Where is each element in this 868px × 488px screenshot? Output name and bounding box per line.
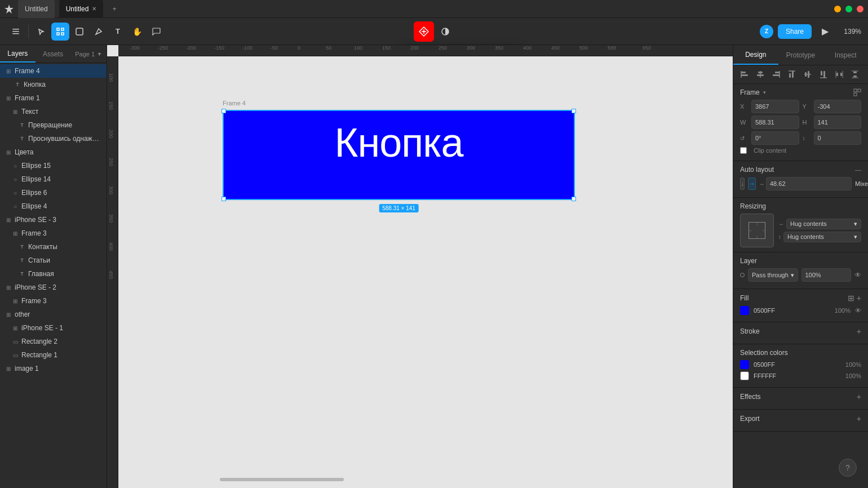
prototype-tab[interactable]: Prototype <box>778 45 823 65</box>
layer-prev[interactable]: T Превращение <box>0 118 107 132</box>
frame-dropdown-icon[interactable]: ▾ <box>763 90 766 95</box>
align-center-h-icon[interactable] <box>754 68 767 81</box>
resizing-w-dropdown[interactable]: Hug contents ▾ <box>786 219 861 229</box>
layer-cveta[interactable]: ⊞ Цвета <box>0 145 107 159</box>
w-input[interactable] <box>751 116 799 129</box>
fill-visibility-icon[interactable]: 👁 <box>855 307 861 314</box>
help-button[interactable]: ? <box>839 459 857 477</box>
shape-tool-button[interactable] <box>70 23 88 41</box>
gap-input[interactable] <box>766 177 852 190</box>
pen-tool-button[interactable] <box>90 23 108 41</box>
page-selector[interactable]: Page 1 ▼ <box>70 45 107 63</box>
play-button[interactable]: ▶ <box>816 23 834 41</box>
add-tab-button[interactable]: + <box>108 5 121 13</box>
align-bottom-icon[interactable] <box>817 68 830 81</box>
r-input[interactable] <box>751 131 799 145</box>
zoom-level[interactable]: 139% <box>839 28 861 36</box>
handle-bottom-right[interactable] <box>572 197 576 201</box>
canvas-content[interactable]: Frame 4 Кнопка 588.31 × 141 <box>118 56 733 488</box>
layer-el6[interactable]: ○ Ellipse 6 <box>0 186 107 199</box>
al-right-icon[interactable]: → <box>748 178 756 190</box>
comment-tool-button[interactable] <box>147 23 165 41</box>
frame-tool-button[interactable] <box>51 23 69 41</box>
untitled-tab-inactive[interactable]: Untitled <box>18 0 55 18</box>
main-menu-button[interactable] <box>7 23 25 41</box>
layer-el15[interactable]: ○ Ellipse 15 <box>0 159 107 172</box>
visibility-toggle[interactable]: 👁 <box>854 271 861 279</box>
inspect-tab[interactable]: Inspect <box>823 45 868 65</box>
layer-other[interactable]: ⊞ other <box>0 308 107 321</box>
export-add-icon[interactable]: + <box>857 414 861 423</box>
layer-knopka[interactable]: T Кнопка <box>0 78 107 91</box>
panel-tab-bar: Layers Assets Page 1 ▼ <box>0 45 107 63</box>
canvas-area[interactable]: -300 -250 -200 -150 -100 -50 0 50 100 15… <box>107 45 733 488</box>
resizing-h-dropdown[interactable]: Hug contents ▾ <box>783 232 861 242</box>
minimize-button[interactable] <box>834 6 841 12</box>
hand-tool-button[interactable]: ✋ <box>128 23 146 41</box>
create-component-button[interactable] <box>414 21 434 42</box>
layer-kontakty[interactable]: T Контакты <box>0 240 107 254</box>
handle-top-right[interactable] <box>572 109 576 113</box>
blend-mode-dropdown[interactable]: Pass through ▾ <box>748 268 798 282</box>
align-right-icon[interactable] <box>769 68 783 81</box>
untitled-tab-active[interactable]: Untitled ✕ <box>59 0 104 18</box>
horizontal-scrollbar[interactable] <box>220 478 344 481</box>
fill-add-icon[interactable]: + <box>857 294 861 303</box>
layer-pros[interactable]: T Проснувшись однажды... <box>0 132 107 145</box>
clip-input[interactable] <box>814 131 862 145</box>
tab-close-icon[interactable]: ✕ <box>92 6 96 12</box>
design-tab[interactable]: Design <box>733 45 778 65</box>
layer-text-group[interactable]: ⊞ Текст <box>0 105 107 118</box>
layer-glavnaya[interactable]: T Главная <box>0 267 107 281</box>
frame4-element[interactable]: Frame 4 Кнопка 588.31 × 141 <box>223 110 575 200</box>
assets-tab[interactable]: Assets <box>36 45 71 63</box>
effects-add-icon[interactable]: + <box>857 392 861 401</box>
h-input[interactable] <box>814 116 862 129</box>
ruler-mark: 500 <box>579 45 588 51</box>
layer-image1[interactable]: ⊞ image 1 <box>0 362 107 375</box>
al-down-icon[interactable]: ↓ <box>740 178 745 190</box>
layer-frame3b[interactable]: ⊞ Frame 3 <box>0 294 107 308</box>
frame4-content[interactable]: Кнопка <box>223 110 575 200</box>
move-tool-button[interactable] <box>32 23 50 41</box>
close-button[interactable] <box>857 6 863 12</box>
clip-content-checkbox[interactable] <box>740 147 747 154</box>
x-input[interactable] <box>751 100 799 113</box>
layer-stati[interactable]: T Статьи <box>0 254 107 267</box>
sel-color-swatch-1[interactable] <box>740 371 749 380</box>
text-tool-button[interactable]: T <box>109 23 127 41</box>
layer-name-glavnaya: Главная <box>28 270 102 278</box>
layer-iphonese3[interactable]: ⊞ iPhone SE - 3 <box>0 213 107 227</box>
align-left-icon[interactable] <box>738 68 751 81</box>
align-middle-v-icon[interactable] <box>801 68 814 81</box>
align-top-icon[interactable] <box>785 68 799 81</box>
ruler-mark: 650 <box>643 45 651 51</box>
contrast-button[interactable] <box>436 23 454 41</box>
r-label: ↺ <box>740 135 748 141</box>
stroke-add-icon[interactable]: + <box>857 327 861 336</box>
maximize-button[interactable] <box>845 6 852 12</box>
layer-frame3a[interactable]: ⊞ Frame 3 <box>0 227 107 240</box>
svg-rect-3 <box>57 28 59 30</box>
fill-grid-icon[interactable]: ⊞ <box>848 294 854 303</box>
fill-color-swatch[interactable] <box>740 306 749 315</box>
layers-tab[interactable]: Layers <box>0 45 36 63</box>
layer-iphonese2[interactable]: ⊞ iPhone SE - 2 <box>0 281 107 294</box>
distribute-v-icon[interactable] <box>848 68 862 81</box>
sel-color-swatch-0[interactable] <box>740 360 749 369</box>
layer-rect2[interactable]: ▭ Rectangle 2 <box>0 335 107 348</box>
resize-icon[interactable] <box>853 88 861 96</box>
y-input[interactable] <box>814 100 862 113</box>
layer-el14[interactable]: ○ Ellipse 14 <box>0 172 107 186</box>
layer-frame4[interactable]: ⊞ Frame 4 <box>0 64 107 78</box>
share-button[interactable]: Share <box>778 24 812 39</box>
opacity-input[interactable] <box>801 268 852 282</box>
distribute-h-icon[interactable] <box>832 68 846 81</box>
handle-top-left[interactable] <box>222 109 226 113</box>
layer-el4[interactable]: ○ Ellipse 4 <box>0 199 107 213</box>
layer-rect1[interactable]: ▭ Rectangle 1 <box>0 348 107 362</box>
layer-frame1[interactable]: ⊞ Frame 1 <box>0 91 107 105</box>
handle-bottom-left[interactable] <box>222 197 226 201</box>
layer-iphonese1[interactable]: ⊞ iPhone SE - 1 <box>0 321 107 335</box>
auto-layout-expand-icon[interactable]: — <box>855 166 861 173</box>
